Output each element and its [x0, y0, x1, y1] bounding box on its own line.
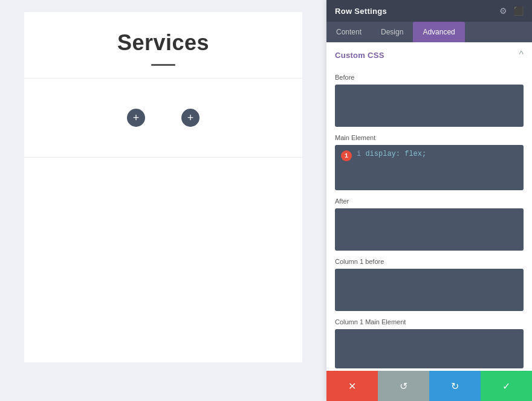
- main-element-editor[interactable]: 1 i display: flex;: [335, 145, 524, 190]
- layout-icon[interactable]: ⬛: [513, 6, 524, 16]
- col1-main-editor[interactable]: [335, 329, 524, 368]
- panel-header-icons: ⚙ ⬛: [499, 6, 524, 16]
- undo-button[interactable]: ↺: [378, 371, 429, 401]
- line-badge: 1: [341, 150, 352, 161]
- columns-section: + +: [24, 79, 302, 158]
- tab-advanced[interactable]: Advanced: [413, 22, 464, 42]
- settings-icon[interactable]: ⚙: [499, 6, 507, 16]
- save-button[interactable]: ✓: [481, 371, 532, 401]
- before-editor[interactable]: [335, 85, 524, 127]
- add-column-2-button[interactable]: +: [181, 109, 199, 127]
- page-content: Services + +: [24, 12, 302, 362]
- tab-design[interactable]: Design: [371, 22, 413, 42]
- css-section: Custom CSS ^ Before Main Element 1 i dis…: [326, 42, 532, 377]
- panel-body[interactable]: Custom CSS ^ Before Main Element 1 i dis…: [326, 42, 532, 401]
- cancel-button[interactable]: ✕: [326, 371, 378, 401]
- col1-before-editor[interactable]: [335, 269, 524, 311]
- code-text: i display: flex;: [357, 150, 426, 158]
- canvas-area: Services + +: [0, 0, 326, 401]
- col1-main-label: Column 1 Main Element: [335, 318, 524, 326]
- services-divider: [151, 64, 175, 66]
- page-title: Services: [36, 30, 290, 56]
- css-section-toggle-icon[interactable]: ^: [519, 50, 524, 60]
- after-label: After: [335, 197, 524, 205]
- services-section: Services: [24, 12, 302, 79]
- col1-before-label: Column 1 before: [335, 258, 524, 265]
- add-column-1-button[interactable]: +: [127, 109, 145, 127]
- code-line-1: 1 i display: flex;: [335, 145, 524, 166]
- main-element-label: Main Element: [335, 134, 524, 141]
- redo-button[interactable]: ↻: [429, 371, 481, 401]
- panel-title: Row Settings: [335, 7, 387, 16]
- panel-header: Row Settings ⚙ ⬛: [326, 0, 532, 22]
- css-section-title: Custom CSS: [335, 51, 384, 60]
- css-section-header: Custom CSS ^: [335, 42, 524, 66]
- settings-panel: Row Settings ⚙ ⬛ Content Design Advanced…: [326, 0, 532, 401]
- action-bar: ✕ ↺ ↻ ✓: [326, 371, 532, 401]
- tab-content[interactable]: Content: [326, 22, 371, 42]
- tabs-bar: Content Design Advanced: [326, 22, 532, 42]
- before-label: Before: [335, 74, 524, 81]
- after-editor[interactable]: [335, 208, 524, 251]
